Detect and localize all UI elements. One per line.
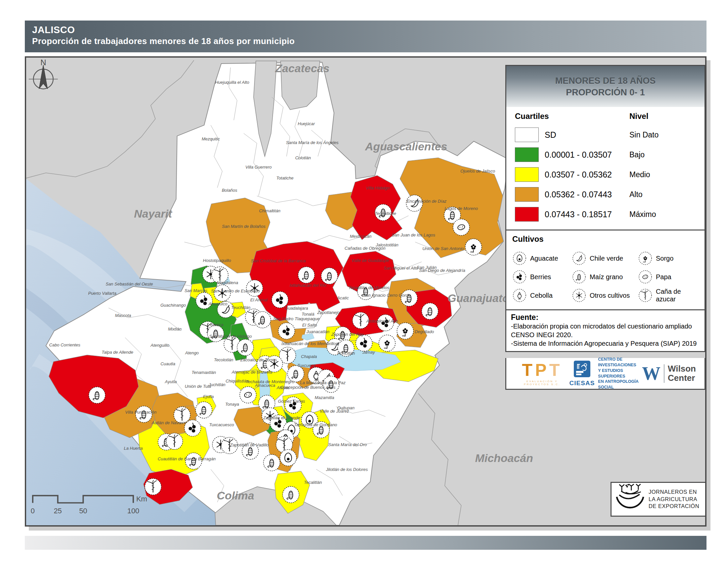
municipality-label: Guachinango [160, 303, 186, 308]
cultivo-item: Sorgo [638, 249, 700, 267]
municipality-label: Tamazula de Gordiano [294, 422, 337, 427]
state-label: Colima [217, 489, 254, 502]
municipality-label: Zacoalco de Torres [240, 357, 277, 362]
logos-strip: TPT EVALUACIÓN Y PROYECTOS S.C. CIESAS C… [505, 358, 705, 390]
papa-crop-icon [240, 387, 256, 403]
municipality-label: San Juanito de Escobedo [211, 289, 260, 294]
cebolla-icon [512, 288, 527, 303]
berries-crop-icon [196, 293, 212, 309]
cultivo-item: Cebolla [512, 286, 572, 305]
tpt-tagline: EVALUACIÓN Y PROYECTOS S.C. [515, 380, 569, 386]
municipality-label: San Miguel el Alto [384, 265, 418, 270]
chile-icon [572, 251, 586, 265]
cultivo-item: Otros cultivos [572, 286, 638, 305]
tpt-logo: TPT EVALUACIÓN Y PROYECTOS S.C. [515, 361, 569, 386]
municipality-label: Zapotlanejo [317, 310, 340, 315]
municipality-label: Chiquilistlán [226, 379, 249, 384]
legend-title-line2: PROPORCIÓN 0- 1 [506, 87, 705, 98]
scale-tick-label: 25 [54, 507, 62, 515]
maiz-crop-icon [263, 454, 280, 471]
jornaleros-text: JORNALEROS ENLA AGRICULTURADE EXPORTACIÓ… [649, 489, 699, 510]
berries-icon [512, 269, 527, 284]
municipality-label: Tenamaxtlán [192, 370, 216, 375]
cultivo-label: Maíz grano [590, 273, 623, 281]
legend-swatch [515, 187, 539, 202]
legend-level: Medio [629, 170, 650, 179]
municipality-label: Degollado [415, 329, 434, 334]
aguacate-crop-icon [280, 449, 296, 466]
municipality-label: Tecolotlán [214, 357, 233, 362]
ciesas-acronym: CIESAS [569, 380, 595, 387]
municipality-label: La Huerta [124, 446, 143, 451]
sorgo-crop-icon [379, 335, 395, 352]
municipality-label: Bolaños [222, 188, 237, 193]
cultivo-label: Papa [656, 273, 671, 281]
legend-swatch [515, 207, 539, 221]
municipality-label: Zapotlán el Grande [263, 415, 300, 420]
legend-level: Alto [629, 190, 643, 199]
svg-text:N: N [40, 58, 46, 67]
legend-class-row: 0.05362 - 0.07443Alto [515, 184, 698, 204]
municipality-label: Zapotitlán de Vadillo [230, 443, 269, 447]
municipality-label: Ojuelos de Jalisco [460, 168, 495, 173]
municipality-label: Unión de Tula [185, 384, 211, 389]
municipality-label: Mixtlán [168, 327, 182, 332]
legend-class-row: 0.03507 - 0.05362Medio [515, 164, 698, 184]
sorgo-crop-icon [465, 239, 482, 255]
tpt-letters: TPT [515, 361, 569, 379]
municipality-label: Valle de Guadalupe [351, 258, 389, 263]
municipality-label: Ejutla [203, 394, 214, 399]
jornaleros-logo-box: JORNALEROS ENLA AGRICULTURADE EXPORTACIÓ… [611, 482, 706, 517]
municipality-label: Mazamitla [315, 395, 334, 400]
scale-tick-label: 50 [79, 507, 87, 515]
berries-crop-icon [184, 420, 201, 437]
municipality-label: Atotonilco el Alto [366, 319, 398, 324]
cultivo-item: Caña de azucar [638, 286, 700, 305]
municipality-label: Totatiche [276, 175, 294, 180]
cultivo-label: Berries [530, 273, 551, 281]
jornaleros-emblem-icon [614, 484, 647, 515]
municipality-label: Ixtlahuacán del Río [290, 283, 326, 288]
municipality-label: Atemajac de Brizuela [231, 370, 272, 375]
municipality-label: Ahualulco [208, 302, 227, 306]
municipality-label: La Manzanilla de la Paz [300, 380, 346, 385]
legend-cultivos-box: Cultivos AguacateBerriesCebollaChile ver… [505, 230, 705, 310]
municipality-label: Cabo Corrientes [49, 343, 80, 348]
state-label: Aguascalientes [365, 140, 447, 153]
cultivo-label: Chile verde [590, 255, 623, 262]
cultivo-item: Berries [512, 267, 572, 286]
wilson-w-icon: W [642, 364, 660, 383]
municipality-label: Techaluta de Montenegro [246, 379, 294, 384]
municipality-label: San Pedro Tlaquepaque [273, 317, 320, 322]
berries-crop-icon [278, 323, 295, 339]
municipality-label: Acatic [337, 296, 349, 301]
municipality-label: Santa María de los Ángeles [286, 140, 339, 145]
legend-level: Máximo [629, 210, 656, 219]
cultivo-item: Papa [638, 267, 700, 286]
municipality-label: Puerto Vallarta [88, 291, 116, 296]
legend-range: SD [545, 130, 556, 140]
state-label: Zacatecas [275, 62, 330, 74]
legend-swatch [515, 127, 539, 142]
municipality-label: San Sebastián del Oeste [106, 282, 153, 287]
cultivo-label: Cebolla [530, 292, 553, 300]
legend-swatch [515, 167, 539, 182]
cultivo-item: Chile verde [572, 249, 638, 267]
cana-icon [638, 288, 653, 303]
cultivo-item: Maíz grano [572, 267, 638, 286]
municipality-label: Cañadas de Obregón [344, 246, 386, 251]
municipality-label: Chimaltitán [259, 208, 281, 213]
municipality-label: Mascota [115, 313, 131, 318]
cultivo-label: Aguacate [530, 255, 558, 262]
municipality-label: Valle de Juárez [320, 409, 349, 414]
municipality-label: Atoyac [276, 385, 290, 390]
scale-unit-label: Km [136, 495, 147, 503]
municipality-label: Mexticacán [350, 234, 371, 239]
municipality-label: Magdalena [217, 280, 238, 285]
municipality-label: Tonalá [301, 312, 314, 317]
municipality-label: Atenguillo [150, 343, 169, 348]
municipality-label: Gómez Farías [278, 399, 305, 404]
ciesas-text: CENTRO DE INVESTIGACIONESY ESTUDIOS SUPE… [598, 357, 642, 390]
maiz-crop-icon [89, 387, 105, 403]
maiz-crop-icon [237, 339, 254, 356]
